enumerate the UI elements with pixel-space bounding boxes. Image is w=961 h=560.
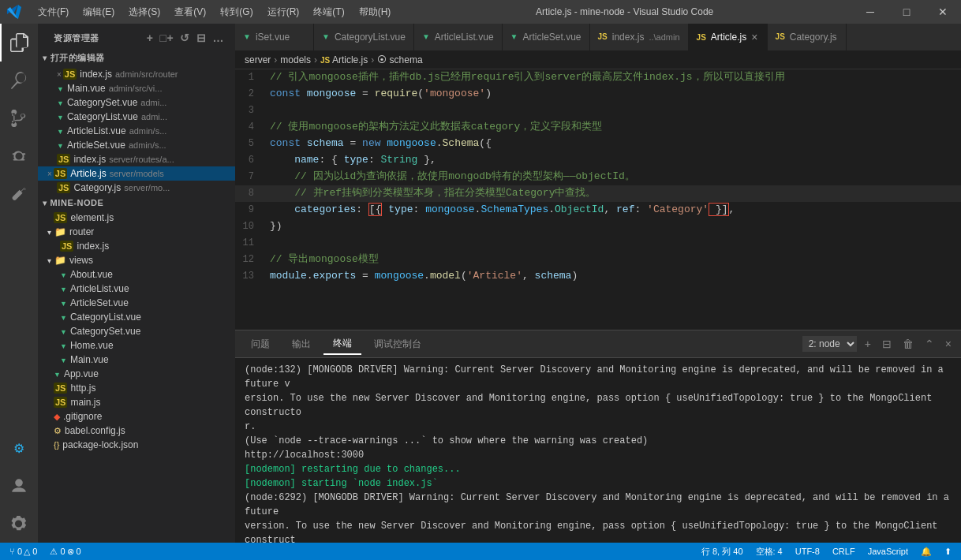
open-file-articleset[interactable]: ArticleSet.vue admin/s...: [38, 138, 235, 152]
tree-articleset-views[interactable]: ArticleSet.vue: [38, 296, 235, 310]
open-file-articlelist[interactable]: ArticleList.vue admin/s...: [38, 124, 235, 138]
node-select[interactable]: 2: node: [802, 336, 857, 352]
window-controls[interactable]: ─ □ ✕: [852, 0, 961, 24]
status-notifications[interactable]: ⬆: [941, 547, 955, 557]
collapse-icon[interactable]: ⊟: [195, 30, 208, 46]
tab-iset[interactable]: ▼ iSet.vue: [235, 24, 314, 50]
status-encoding[interactable]: UTF-8: [792, 547, 823, 556]
settings-icon[interactable]: [0, 505, 38, 543]
tree-http[interactable]: JS http.js: [38, 381, 235, 395]
extensions-icon[interactable]: [0, 175, 38, 213]
open-file-category[interactable]: JS Category.js server/mo...: [38, 181, 235, 195]
tree-gitignore[interactable]: ◆ .gitignore: [38, 409, 235, 424]
close-file-icon[interactable]: ×: [57, 70, 62, 79]
tree-about[interactable]: About.vue: [38, 267, 235, 282]
tab-articleset[interactable]: ▼ ArticleSet.vue: [503, 24, 590, 50]
tree-main-js[interactable]: JS main.js: [38, 395, 235, 409]
explorer-icon[interactable]: [0, 24, 38, 62]
status-language[interactable]: JavaScript: [865, 547, 911, 556]
menu-run[interactable]: 运行(R): [261, 2, 306, 22]
status-bar: ⑂ 0 △ 0 ⚠ 0 ⊗ 0 行 8, 列 40 空格: 4 UTF-8 CR…: [0, 543, 961, 560]
kill-terminal-icon[interactable]: 🗑: [899, 336, 917, 352]
open-editors-header[interactable]: ▾ 打开的编辑器: [38, 49, 235, 67]
remote-icon[interactable]: ⚙: [0, 429, 38, 467]
tree-categoryset-views[interactable]: CategorySet.vue: [38, 324, 235, 338]
status-position[interactable]: 行 8, 列 40: [698, 546, 746, 558]
menu-view[interactable]: 查看(V): [168, 2, 212, 22]
tab-terminal[interactable]: 终端: [323, 334, 361, 355]
tab-articlelist[interactable]: ▼ ArticleList.vue: [414, 24, 503, 50]
status-feedback[interactable]: 🔔: [918, 547, 935, 557]
tree-home[interactable]: Home.vue: [38, 338, 235, 353]
refresh-icon[interactable]: ↺: [178, 30, 192, 46]
menu-goto[interactable]: 转到(G): [214, 2, 259, 22]
tab-close-button[interactable]: ×: [751, 31, 757, 43]
new-file-icon[interactable]: +: [145, 30, 155, 46]
tree-element-js[interactable]: JS element.js: [38, 211, 235, 225]
code-editor[interactable]: 1 // 引入mongoose插件，插件db.js已经用require引入到se…: [235, 69, 961, 330]
folder-icon: 📁: [54, 255, 66, 266]
search-icon[interactable]: [0, 62, 38, 99]
status-line-ending[interactable]: CRLF: [829, 547, 858, 556]
open-file-categorylist[interactable]: CategoryList.vue admi...: [38, 110, 235, 124]
tab-output[interactable]: 输出: [282, 334, 320, 354]
tree-views-folder[interactable]: ▾ 📁 views: [38, 253, 235, 267]
vue-file-icon: [57, 112, 64, 121]
tree-app[interactable]: App.vue: [38, 367, 235, 381]
status-spaces[interactable]: 空格: 4: [753, 546, 786, 558]
tree-babel[interactable]: ⚙ babel.config.js: [38, 424, 235, 438]
vue-badge: ▼: [510, 32, 518, 41]
tree-categorylist-views[interactable]: CategoryList.vue: [38, 310, 235, 324]
tree-articlelist-views[interactable]: ArticleList.vue: [38, 282, 235, 296]
menu-terminal[interactable]: 终端(T): [307, 2, 350, 22]
close-file-icon[interactable]: ×: [47, 170, 52, 178]
minimize-button[interactable]: ─: [852, 0, 888, 24]
tab-index-admin[interactable]: JS index.js ..\admin: [590, 24, 689, 50]
debug-icon[interactable]: [0, 137, 38, 175]
open-file-main[interactable]: Main.vue admin/src/vi...: [38, 81, 235, 95]
menu-edit[interactable]: 编辑(E): [77, 2, 121, 22]
status-git[interactable]: ⑂ 0 △ 0: [6, 547, 40, 557]
account-icon[interactable]: [0, 467, 38, 505]
vue-file-icon: [57, 126, 64, 136]
breadcrumb-models[interactable]: models: [280, 54, 311, 65]
tab-categorylist[interactable]: ▼ CategoryList.vue: [314, 24, 414, 50]
tab-debug-console[interactable]: 调试控制台: [365, 334, 431, 354]
editor-area: ▼ iSet.vue ▼ CategoryList.vue ▼ ArticleL…: [235, 24, 961, 543]
js-file-icon: JS: [57, 154, 70, 165]
tree-router-index[interactable]: JS index.js: [38, 239, 235, 253]
code-line-10: 10 }): [235, 218, 961, 235]
breadcrumb-symbol[interactable]: ⦿ schema: [377, 54, 422, 65]
code-line-5: 5 const schema = new mongoose.Schema({: [235, 136, 961, 152]
open-file-index-admin[interactable]: × JS index.js admin/src/router: [38, 67, 235, 81]
close-terminal-icon[interactable]: ×: [942, 336, 955, 352]
terminal-content[interactable]: (node:132) [MONGODB DRIVER] Warning: Cur…: [235, 358, 961, 543]
open-file-index-server[interactable]: JS index.js server/routes/a...: [38, 152, 235, 166]
breadcrumb-server[interactable]: server: [245, 54, 271, 65]
maximize-terminal-icon[interactable]: ⌃: [922, 336, 937, 352]
open-file-article[interactable]: × JS Article.js server/models: [38, 166, 235, 181]
status-errors[interactable]: ⚠ 0 ⊗ 0: [47, 547, 84, 557]
tree-package-lock[interactable]: {} package-lock.json: [38, 438, 235, 452]
menu-select[interactable]: 选择(S): [122, 2, 166, 22]
vue-file-icon: [54, 369, 61, 379]
menu-help[interactable]: 帮助(H): [353, 2, 398, 22]
add-terminal-icon[interactable]: +: [862, 336, 874, 352]
more-icon[interactable]: …: [211, 30, 226, 46]
menu-file[interactable]: 文件(F): [32, 2, 75, 22]
tree-router-folder[interactable]: ▾ 📁 router: [38, 225, 235, 239]
tab-problems[interactable]: 问题: [241, 334, 279, 354]
tree-main-views[interactable]: Main.vue: [38, 353, 235, 367]
source-control-icon[interactable]: [0, 99, 38, 137]
terminal-panel: 问题 输出 终端 调试控制台 2: node + ⊟ 🗑 ⌃ × (node:1…: [235, 330, 961, 543]
tab-category[interactable]: JS Category.js: [768, 24, 847, 50]
split-terminal-icon[interactable]: ⊟: [879, 336, 895, 352]
menu-bar[interactable]: 文件(F) 编辑(E) 选择(S) 查看(V) 转到(G) 运行(R) 终端(T…: [32, 2, 397, 22]
breadcrumb-file[interactable]: JS Article.js: [320, 54, 368, 65]
close-button[interactable]: ✕: [925, 0, 961, 24]
maximize-button[interactable]: □: [888, 0, 925, 24]
project-header[interactable]: ▾ MINE-NODE: [38, 195, 235, 211]
open-file-categoryset[interactable]: CategorySet.vue admi...: [38, 95, 235, 110]
new-folder-icon[interactable]: □+: [159, 30, 176, 46]
tab-article[interactable]: JS Article.js ×: [689, 24, 768, 50]
